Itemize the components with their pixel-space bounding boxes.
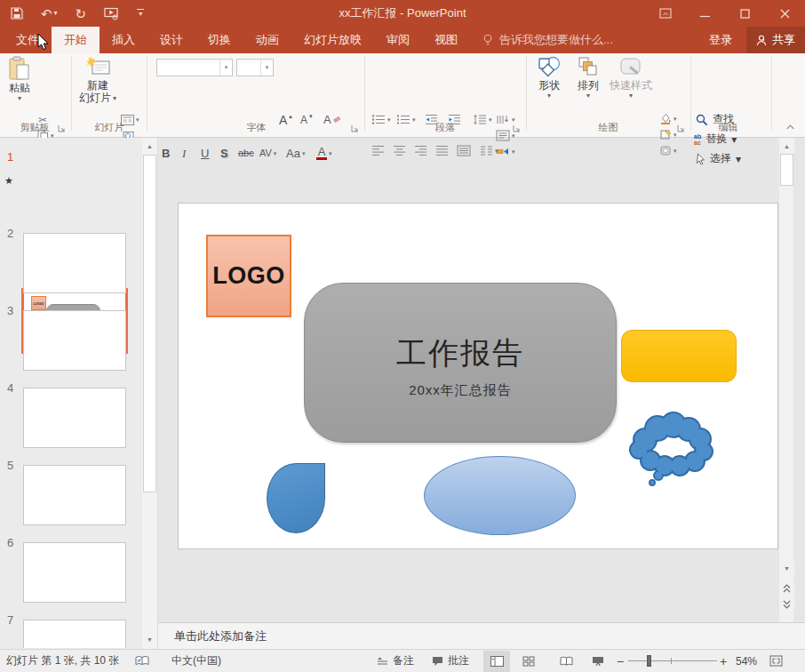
previous-slide-button[interactable] bbox=[779, 580, 794, 596]
tab-design[interactable]: 设计 bbox=[147, 27, 195, 53]
font-name-dropdown-arrow[interactable]: ▾ bbox=[219, 60, 232, 76]
title-shape[interactable]: 工作报告 20xx年汇总报告 bbox=[304, 283, 617, 443]
align-right-button[interactable] bbox=[414, 143, 427, 158]
quick-access-toolbar: ↶ ▾ ↻ ▾ bbox=[0, 7, 144, 20]
main-scrollbar[interactable]: ▲ ▼ bbox=[779, 138, 793, 622]
new-slide-button[interactable]: 新建 幻灯片 ▾ bbox=[78, 56, 117, 104]
tab-view[interactable]: 视图 bbox=[422, 27, 470, 53]
notes-toggle-button[interactable]: 备注 bbox=[377, 650, 414, 672]
character-spacing-button[interactable]: AV ▾ bbox=[259, 142, 276, 160]
thumbnail-slide-7[interactable] bbox=[23, 620, 126, 648]
ribbon-display-options-button[interactable] bbox=[645, 0, 685, 27]
distribute-button[interactable] bbox=[457, 143, 471, 158]
undo-dropdown-arrow[interactable]: ▾ bbox=[54, 10, 58, 17]
thumbnail-scrollbar-thumb[interactable] bbox=[143, 155, 156, 492]
normal-view-icon bbox=[490, 656, 504, 667]
zoom-in-button[interactable]: + bbox=[720, 650, 727, 672]
collapse-ribbon-button[interactable] bbox=[785, 122, 795, 132]
ellipse-shape[interactable] bbox=[424, 456, 576, 535]
tell-me-box[interactable]: 告诉我您想要做什么... bbox=[482, 27, 613, 53]
save-button[interactable] bbox=[11, 7, 23, 20]
zoom-slider-thumb[interactable] bbox=[647, 655, 651, 667]
previous-slide-icon bbox=[783, 584, 791, 593]
slide-canvas[interactable]: LOGO 工作报告 20xx年汇总报告 bbox=[178, 203, 778, 549]
change-case-button[interactable]: Aa ▾ bbox=[286, 142, 305, 160]
redo-button[interactable]: ↻ bbox=[76, 7, 87, 20]
paste-label: 粘贴 bbox=[9, 82, 30, 94]
thumbnail-slide-6[interactable] bbox=[23, 542, 126, 603]
thumbnail-scrollbar[interactable]: ▲ ▼ bbox=[142, 138, 157, 649]
shape-effects-button[interactable]: ▾ bbox=[659, 143, 677, 158]
clipboard-dialog-launcher[interactable] bbox=[57, 124, 67, 133]
share-button[interactable]: 共享 bbox=[746, 27, 805, 53]
slideshow-view-button[interactable] bbox=[585, 651, 611, 672]
scroll-up-arrow[interactable]: ▲ bbox=[779, 139, 794, 154]
minimize-button[interactable] bbox=[685, 0, 725, 27]
font-size-combobox[interactable]: ▾ bbox=[236, 59, 274, 76]
slide-sorter-view-button[interactable] bbox=[515, 651, 542, 672]
paste-button[interactable]: 粘贴 ▾ bbox=[4, 56, 36, 102]
next-slide-button[interactable] bbox=[779, 596, 794, 612]
sign-in-button[interactable]: 登录 bbox=[702, 27, 739, 53]
spellcheck-button[interactable] bbox=[135, 650, 149, 672]
arrange-button[interactable]: 排列 ▾ bbox=[570, 56, 606, 100]
paragraph-dialog-launcher[interactable] bbox=[512, 124, 522, 133]
tab-insert[interactable]: 插入 bbox=[100, 27, 147, 53]
main-scrollbar-thumb[interactable] bbox=[780, 154, 793, 186]
shapes-button[interactable]: 形状 ▾ bbox=[531, 56, 567, 100]
slide-counter[interactable]: 幻灯片 第 1 张, 共 10 张 bbox=[6, 650, 119, 672]
text-shadow-button[interactable]: S bbox=[220, 142, 228, 160]
font-color-button[interactable]: A ▾ bbox=[316, 142, 332, 160]
underline-button[interactable]: U bbox=[201, 142, 209, 160]
fit-to-window-button[interactable] bbox=[769, 650, 783, 672]
thumbnail-scroll-down-arrow[interactable]: ▼ bbox=[142, 632, 157, 647]
close-button[interactable] bbox=[765, 0, 805, 27]
thumbnail-slide-3[interactable] bbox=[23, 310, 126, 371]
thumbnail-slide-4[interactable] bbox=[23, 388, 126, 448]
strikethrough-button[interactable]: abc bbox=[238, 142, 254, 160]
font-dialog-launcher[interactable] bbox=[350, 124, 360, 133]
thumbnail-slide-5[interactable] bbox=[23, 465, 126, 525]
font-size-dropdown-arrow[interactable]: ▾ bbox=[260, 60, 273, 76]
tab-review[interactable]: 审阅 bbox=[374, 27, 422, 53]
zoom-out-button[interactable]: − bbox=[617, 650, 624, 672]
thumbnail-slide-2[interactable] bbox=[23, 233, 126, 293]
italic-button[interactable]: I bbox=[182, 142, 186, 160]
undo-button[interactable]: ↶ ▾ bbox=[41, 7, 58, 20]
thumbnail-number-4: 4 bbox=[7, 381, 13, 395]
select-button[interactable]: 选择 ▾ bbox=[696, 151, 741, 166]
tab-transitions[interactable]: 切换 bbox=[195, 27, 243, 53]
align-left-button[interactable] bbox=[371, 143, 385, 158]
slideshow-from-start-button[interactable] bbox=[104, 7, 119, 20]
slide-title: 工作报告 bbox=[396, 333, 524, 374]
tab-home[interactable]: 开始 bbox=[52, 27, 100, 53]
justify-button[interactable] bbox=[435, 143, 449, 158]
cloud-shape[interactable] bbox=[626, 406, 718, 488]
language-indicator[interactable]: 中文(中国) bbox=[171, 650, 221, 672]
tab-animations[interactable]: 动画 bbox=[243, 27, 291, 53]
reading-view-button[interactable] bbox=[553, 651, 579, 672]
logo-shape[interactable]: LOGO bbox=[206, 235, 291, 317]
align-center-button[interactable] bbox=[393, 143, 406, 158]
convert-smartart-button[interactable]: ▾ bbox=[496, 144, 515, 159]
scroll-down-arrow[interactable]: ▼ bbox=[779, 561, 794, 576]
select-arrow: ▾ bbox=[736, 153, 741, 165]
yellow-rounded-rectangle-shape[interactable] bbox=[621, 330, 737, 382]
notes-pane[interactable]: 单击此处添加备注 bbox=[158, 622, 805, 649]
tab-slideshow[interactable]: 幻灯片放映 bbox=[291, 27, 374, 53]
thumbnail-scroll-up-arrow[interactable]: ▲ bbox=[142, 139, 157, 154]
normal-view-button[interactable] bbox=[483, 651, 510, 672]
zoom-level[interactable]: 54% bbox=[736, 650, 757, 672]
zoom-slider-track[interactable] bbox=[628, 660, 717, 661]
comments-toggle-button[interactable]: 批注 bbox=[432, 650, 469, 672]
customize-qat-button[interactable]: ▾ bbox=[137, 9, 144, 18]
columns-button[interactable]: ▾ bbox=[480, 143, 498, 158]
maximize-button[interactable] bbox=[725, 0, 765, 27]
drawing-dialog-launcher[interactable] bbox=[676, 124, 686, 133]
teardrop-shape[interactable] bbox=[267, 463, 325, 533]
share-label: 共享 bbox=[772, 32, 795, 48]
change-case-label: Aa bbox=[286, 147, 300, 160]
bold-button[interactable]: B bbox=[162, 142, 170, 160]
font-name-combobox[interactable]: ▾ bbox=[156, 59, 233, 76]
quick-styles-button[interactable]: 快速样式 ▾ bbox=[608, 56, 654, 100]
